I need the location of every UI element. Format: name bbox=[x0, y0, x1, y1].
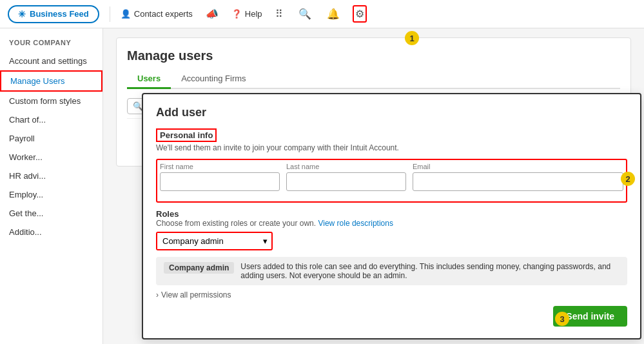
admin-info-bar: Company admin Users added to this role c… bbox=[156, 257, 627, 285]
sidebar-item-hr[interactable]: HR advi... bbox=[0, 167, 102, 185]
content-area: Manage users Users Accounting Firms 🔍 📊 … bbox=[103, 28, 644, 344]
badge-3: 3 bbox=[555, 312, 569, 326]
megaphone-icon[interactable]: 📣 bbox=[203, 5, 221, 23]
roles-select-wrapper: Company admin ▾ bbox=[156, 232, 273, 250]
first-name-input[interactable] bbox=[160, 172, 280, 191]
sidebar-item-payroll[interactable]: Payroll bbox=[0, 129, 102, 148]
bell-icon[interactable]: 🔔 bbox=[324, 5, 342, 23]
sidebar-section-title: YOUR COMPANY bbox=[0, 39, 102, 52]
name-email-row: First name Last name Email bbox=[160, 163, 623, 191]
admin-badge: Company admin bbox=[164, 262, 234, 274]
sidebar-item-manage-users[interactable]: Manage Users bbox=[0, 70, 102, 92]
chevron-right-icon: › bbox=[156, 290, 159, 299]
sidebar-item-account[interactable]: Account and settings bbox=[0, 52, 102, 70]
add-user-title: Add user bbox=[156, 106, 627, 119]
sidebar-item-chart[interactable]: Chart of... bbox=[0, 110, 102, 129]
view-permissions[interactable]: › View all permissions bbox=[156, 290, 627, 299]
help-circle-icon: ❓ bbox=[231, 9, 242, 19]
sidebar-item-additional[interactable]: Additio... bbox=[0, 223, 102, 241]
star-icon: ✳ bbox=[18, 9, 26, 19]
chevron-down-icon: ▾ bbox=[263, 236, 268, 246]
tab-users[interactable]: Users bbox=[127, 70, 171, 89]
grid-icon[interactable]: ⠿ bbox=[273, 5, 286, 23]
sidebar-item-get[interactable]: Get the... bbox=[0, 204, 102, 223]
tabs-row: Users Accounting Firms bbox=[127, 70, 620, 89]
first-name-label: First name bbox=[160, 163, 280, 170]
form-fields-bordered: First name Last name Email bbox=[156, 159, 627, 203]
email-label: Email bbox=[413, 163, 623, 170]
nav-divider bbox=[110, 6, 110, 22]
top-nav: ✳ Business Feed 👤 Contact experts 📣 ❓ He… bbox=[0, 0, 644, 28]
last-name-input[interactable] bbox=[286, 172, 406, 191]
last-name-field: Last name bbox=[286, 163, 406, 191]
roles-sublabel: Choose from existing roles or create you… bbox=[156, 219, 627, 228]
gear-icon[interactable]: ⚙ bbox=[353, 5, 367, 23]
first-name-field: First name bbox=[160, 163, 280, 191]
badge-2: 2 bbox=[621, 172, 635, 186]
sidebar-item-employ[interactable]: Employ... bbox=[0, 185, 102, 204]
personal-info-label: Personal info bbox=[156, 128, 217, 142]
last-name-label: Last name bbox=[286, 163, 406, 170]
add-user-panel: Add user Personal info We'll send them a… bbox=[142, 93, 641, 339]
person-icon: 👤 bbox=[121, 9, 131, 19]
search-icon[interactable]: 🔍 bbox=[296, 5, 314, 23]
roles-section: Roles Choose from existing roles or crea… bbox=[156, 209, 627, 250]
badge-1: 1 bbox=[405, 31, 419, 45]
admin-info-text: Users added to this role can see and do … bbox=[240, 262, 620, 280]
sidebar-item-worker[interactable]: Worker... bbox=[0, 148, 102, 167]
email-field: Email bbox=[413, 163, 623, 191]
manage-users-title: Manage users bbox=[127, 48, 620, 63]
sidebar-item-custom-forms[interactable]: Custom form styles bbox=[0, 92, 102, 110]
help-nav[interactable]: ❓ Help bbox=[231, 9, 262, 19]
contact-experts-nav[interactable]: 👤 Contact experts bbox=[121, 9, 193, 19]
sidebar: YOUR COMPANY Account and settings Manage… bbox=[0, 28, 103, 344]
roles-label: Roles bbox=[156, 209, 627, 219]
main-layout: YOUR COMPANY Account and settings Manage… bbox=[0, 28, 644, 344]
personal-info-sublabel: We'll send them an invite to join your c… bbox=[156, 143, 627, 152]
email-input[interactable] bbox=[413, 172, 623, 191]
roles-select[interactable]: Company admin bbox=[157, 233, 260, 249]
tab-accounting-firms[interactable]: Accounting Firms bbox=[171, 70, 256, 89]
view-role-descriptions-link[interactable]: View role descriptions bbox=[318, 219, 393, 228]
business-feed-button[interactable]: ✳ Business Feed bbox=[8, 5, 99, 23]
